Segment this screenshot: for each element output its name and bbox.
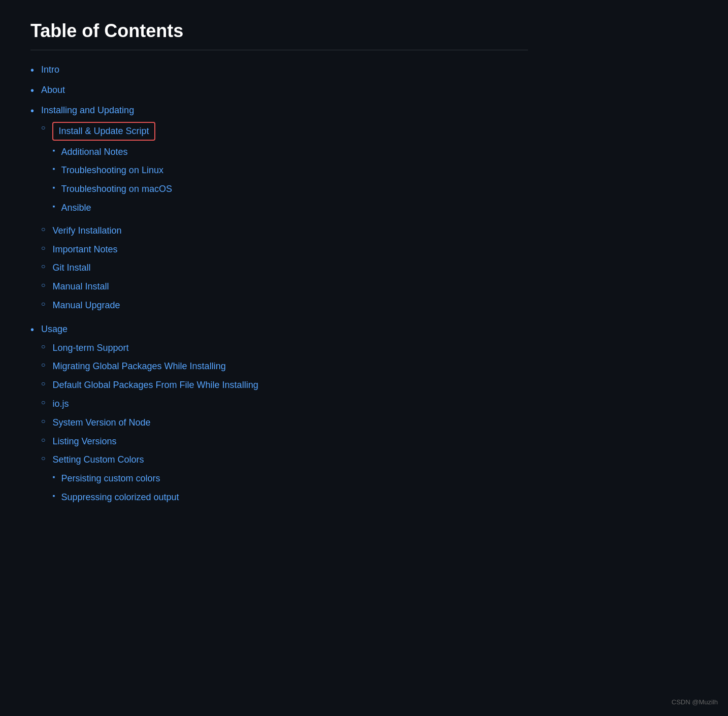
table-of-contents: Intro About Installing and Updating [30, 62, 528, 513]
toc-link-default-global-packages[interactable]: Default Global Packages From File While … [52, 380, 258, 390]
toc-level-1-list: Intro About Installing and Updating [30, 62, 528, 513]
list-item: Usage Long-term Support [30, 322, 528, 513]
list-item: Important Notes [41, 242, 528, 257]
toc-link-system-version-node[interactable]: System Version of Node [52, 417, 150, 428]
toc-link-about[interactable]: About [41, 85, 65, 95]
list-item: Long-term Support [41, 341, 528, 355]
list-item: Manual Install [41, 279, 528, 294]
toc-link-important-notes[interactable]: Important Notes [52, 244, 117, 254]
list-item: Troubleshooting on macOS [52, 182, 528, 197]
list-item: About [30, 83, 528, 98]
toc-link-ansible[interactable]: Ansible [61, 203, 91, 213]
toc-link-persisting-custom-colors[interactable]: Persisting custom colors [61, 473, 160, 483]
list-item: Troubleshooting on Linux [52, 163, 528, 178]
toc-link-listing-versions[interactable]: Listing Versions [52, 436, 116, 446]
list-item: io.js [41, 397, 528, 411]
toc-colors-level-3-list: Persisting custom colors Suppressing col… [52, 471, 528, 505]
list-item: Intro [30, 62, 528, 78]
toc-link-setting-custom-colors[interactable]: Setting Custom Colors [52, 454, 144, 465]
toc-link-installing-updating[interactable]: Installing and Updating [41, 105, 134, 115]
toc-link-additional-notes[interactable]: Additional Notes [61, 147, 127, 157]
list-item: Setting Custom Colors Persisting custom … [41, 452, 528, 508]
toc-link-manual-install[interactable]: Manual Install [52, 281, 109, 291]
toc-link-suppressing-colorized-output[interactable]: Suppressing colorized output [61, 492, 179, 502]
toc-link-migrating-global-packages[interactable]: Migrating Global Packages While Installi… [52, 361, 225, 371]
toc-link-usage[interactable]: Usage [41, 324, 68, 334]
toc-link-install-update-script[interactable]: Install & Update Script [58, 126, 149, 136]
toc-link-long-term-support[interactable]: Long-term Support [52, 343, 128, 353]
toc-link-troubleshooting-linux[interactable]: Troubleshooting on Linux [61, 165, 163, 175]
list-item: Migrating Global Packages While Installi… [41, 359, 528, 374]
list-item: Verify Installation [41, 223, 528, 238]
list-item: Installing and Updating Install & Update… [30, 103, 528, 317]
toc-usage-level-2-list: Long-term Support Migrating Global Packa… [41, 341, 528, 509]
list-item: Additional Notes [52, 145, 528, 159]
list-item: Manual Upgrade [41, 298, 528, 313]
list-item: Persisting custom colors [52, 471, 528, 486]
list-item: Install & Update Script Additional Notes [41, 122, 528, 219]
watermark-text: CSDN @Muzilh [672, 698, 718, 706]
toc-level-2-list: Install & Update Script Additional Notes [41, 122, 528, 313]
list-item: Git Install [41, 261, 528, 275]
list-item: Default Global Packages From File While … [41, 378, 528, 393]
toc-link-manual-upgrade[interactable]: Manual Upgrade [52, 300, 120, 310]
list-item: System Version of Node [41, 415, 528, 430]
toc-link-iojs[interactable]: io.js [52, 399, 69, 409]
list-item: Ansible [52, 201, 528, 215]
toc-link-troubleshooting-macos[interactable]: Troubleshooting on macOS [61, 184, 172, 194]
toc-link-git-install[interactable]: Git Install [52, 263, 90, 273]
toc-level-3-list: Additional Notes Troubleshooting on Linu… [52, 145, 528, 215]
page-title: Table of Contents [30, 20, 528, 50]
list-item: Suppressing colorized output [52, 490, 528, 505]
toc-link-verify-installation[interactable]: Verify Installation [52, 225, 121, 236]
list-item: Listing Versions [41, 434, 528, 449]
toc-link-intro[interactable]: Intro [41, 64, 59, 75]
